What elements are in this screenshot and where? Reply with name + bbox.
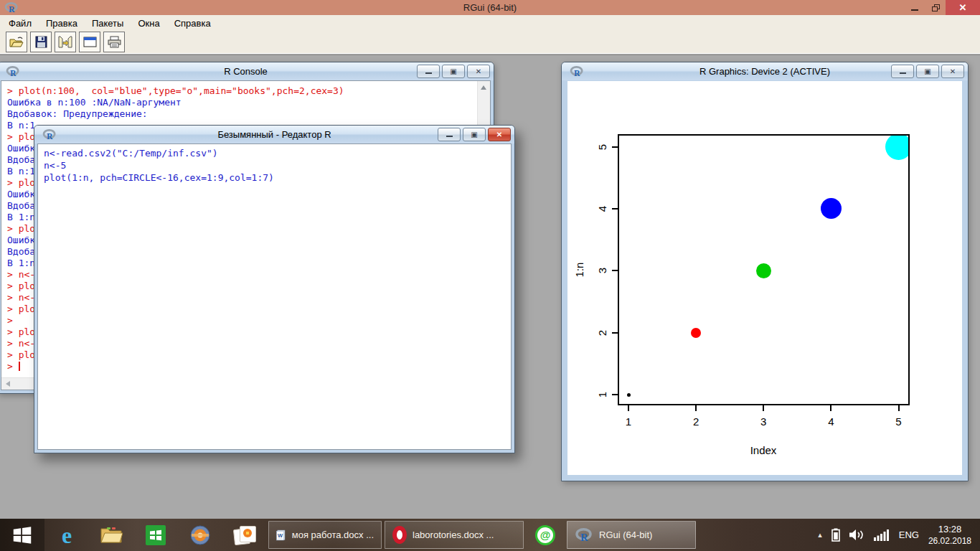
taskbar-opera-label: laborotories.docx ... <box>413 529 494 540</box>
x-tick-mark <box>628 405 629 411</box>
console-maximize-button[interactable]: ▣ <box>442 65 465 78</box>
taskbar-word-label: моя работа.docx ... <box>292 529 374 540</box>
svg-text:R: R <box>574 69 580 77</box>
windows-store-button[interactable] <box>133 519 178 551</box>
battery-icon[interactable] <box>831 528 840 542</box>
editor-text-area[interactable]: n<-read.csv2("C:/Temp/inf.csv")n<-5plot(… <box>38 144 511 449</box>
taskbar-rgui-label: RGui (64-bit) <box>599 529 652 540</box>
y-tick-label: 4 <box>596 206 608 212</box>
system-tray: ▴ ENG 13:28 26.02.2018 <box>818 524 980 547</box>
graphics-maximize-button[interactable]: ▣ <box>916 65 939 78</box>
editor-minimize-button[interactable] <box>438 128 461 141</box>
main-window-titlebar[interactable]: R RGui (64-bit) ✕ <box>0 0 980 15</box>
toolbar <box>0 31 980 54</box>
r-logo-icon: R <box>570 66 584 77</box>
taskbar-clock[interactable]: 13:28 26.02.2018 <box>928 524 971 547</box>
graphics-close-button[interactable]: ✕ <box>941 65 964 78</box>
mail-ru-agent-icon: @ <box>535 525 555 545</box>
r-logo-icon: R <box>575 528 593 542</box>
taskbar-opera-button[interactable]: laborotories.docx ... <box>385 521 524 549</box>
r-logo-icon: R <box>4 2 19 14</box>
file-explorer-button[interactable] <box>89 519 133 551</box>
photo-gallery-button[interactable] <box>222 519 267 551</box>
data-point <box>821 198 842 219</box>
x-tick-mark <box>830 405 831 411</box>
speaker-icon[interactable] <box>849 529 864 541</box>
menu-windows[interactable]: Окна <box>131 17 166 30</box>
editor-line: n<-read.csv2("C:/Temp/inf.csv") <box>44 147 511 159</box>
y-tick-mark <box>612 394 618 395</box>
editor-close-button[interactable]: ✕ <box>488 128 511 141</box>
x-tick-mark <box>898 405 900 411</box>
x-tick-label: 4 <box>828 415 834 428</box>
windows-start-icon <box>11 525 33 545</box>
menu-bar: Файл Правка Пакеты Окна Справка <box>0 15 980 31</box>
close-icon: ✕ <box>950 68 956 75</box>
data-point <box>885 134 910 160</box>
console-titlebar[interactable]: R R Console ▣ ✕ <box>0 62 494 80</box>
console-close-button[interactable]: ✕ <box>467 65 490 78</box>
text-cursor <box>19 362 20 371</box>
printer-icon <box>108 36 121 48</box>
r-logo-icon: R <box>4 2 19 14</box>
restore-button[interactable] <box>925 0 946 15</box>
graphics-window: R R Graphics: Device 2 (ACTIVE) ▣ ✕ Inde… <box>561 62 969 481</box>
x-tick-mark <box>763 405 764 411</box>
r-logo-icon: R <box>575 528 593 542</box>
r-logo-icon: R <box>6 66 20 77</box>
start-button[interactable] <box>0 519 44 551</box>
editor-titlebar[interactable]: R Безымянный - Редактор R ▣ ✕ <box>34 126 514 143</box>
opera-icon <box>392 526 407 544</box>
x-tick-label: 3 <box>760 415 766 428</box>
menu-file[interactable]: Файл <box>1 17 39 30</box>
y-tick-label: 3 <box>596 268 608 273</box>
svg-text:R: R <box>47 132 53 141</box>
window-button[interactable] <box>79 32 100 52</box>
taskbar-word-button[interactable]: W моя работа.docx ... <box>268 521 382 549</box>
x-axis-label: Index <box>750 444 777 456</box>
internet-explorer-button[interactable]: e <box>44 519 89 551</box>
taskbar-mailru-button[interactable]: @ <box>525 519 565 551</box>
open-script-button[interactable] <box>6 32 27 52</box>
y-tick-mark <box>612 146 618 148</box>
close-icon: ✕ <box>496 131 502 138</box>
y-tick-mark <box>612 208 618 209</box>
x-tick-label: 5 <box>895 415 901 428</box>
y-tick-label: 1 <box>596 392 608 397</box>
scroll-up-icon <box>481 85 486 90</box>
x-tick-label: 1 <box>626 415 631 428</box>
minimize-button[interactable] <box>904 0 925 15</box>
editor-line: n<-5 <box>44 159 511 171</box>
minimize-icon <box>900 72 906 74</box>
movie-maker-button[interactable] <box>178 519 222 551</box>
copy-paste-button[interactable] <box>55 32 76 52</box>
language-indicator[interactable]: ENG <box>899 529 919 540</box>
graphics-titlebar[interactable]: R R Graphics: Device 2 (ACTIVE) ▣ ✕ <box>562 62 968 80</box>
svg-text:R: R <box>9 5 15 14</box>
save-button[interactable] <box>30 32 52 52</box>
svg-text:R: R <box>10 69 17 77</box>
editor-window: R Безымянный - Редактор R ▣ ✕ n<-read.cs… <box>34 125 515 453</box>
data-point <box>756 263 771 278</box>
console-minimize-button[interactable] <box>417 65 440 78</box>
minimize-icon <box>911 9 918 11</box>
editor-line: plot(1:n, pch=CIRCLE<-16,cex=1:9,col=1:7… <box>44 171 511 184</box>
menu-help[interactable]: Справка <box>167 17 218 30</box>
network-signal-icon[interactable] <box>874 529 890 541</box>
close-button[interactable]: ✕ <box>946 0 980 15</box>
editor-maximize-button[interactable]: ▣ <box>463 128 486 141</box>
maximize-icon: ▣ <box>450 68 456 75</box>
taskbar-rgui-button[interactable]: R RGui (64-bit) <box>567 521 696 549</box>
r-logo-icon: R <box>42 129 57 141</box>
menu-edit[interactable]: Правка <box>39 17 85 30</box>
word-icon: W <box>276 527 286 544</box>
graphics-minimize-button[interactable] <box>891 65 914 78</box>
console-line: Вдобавок: Предупреждение: <box>7 108 477 120</box>
print-button[interactable] <box>103 32 125 52</box>
y-tick-label: 2 <box>596 329 608 335</box>
r-logo-icon: R <box>570 66 584 77</box>
menu-packages[interactable]: Пакеты <box>85 17 131 30</box>
hidden-icons-button[interactable]: ▴ <box>818 530 822 540</box>
internet-explorer-icon: e <box>62 524 72 546</box>
movie-maker-icon <box>189 524 211 546</box>
